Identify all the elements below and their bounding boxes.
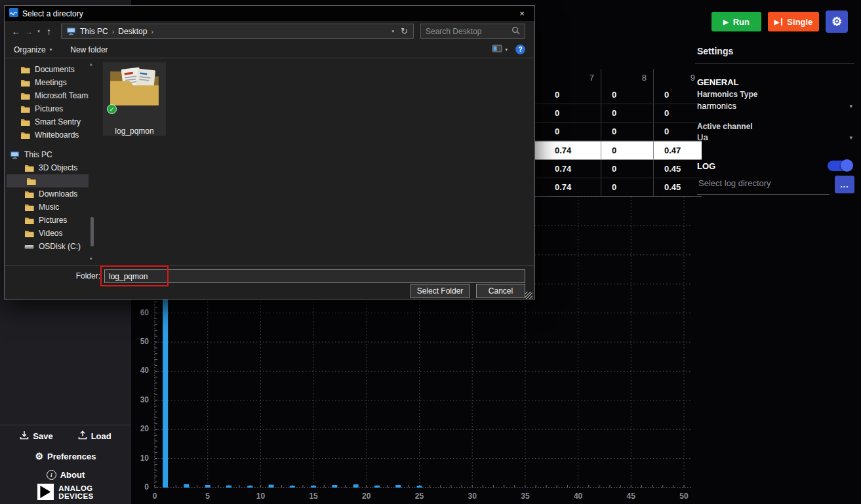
back-icon[interactable]: ←	[10, 26, 22, 37]
search-box[interactable]: Search Desktop	[420, 24, 525, 39]
table-row[interactable]: 000	[535, 86, 702, 104]
search-icon	[511, 26, 520, 37]
settings-gear-button[interactable]: ⚙	[826, 10, 848, 33]
table-row[interactable]: 0.7400.45	[535, 178, 702, 197]
tree-item-meetings[interactable]: Meetings	[5, 76, 89, 89]
harmonic-bar	[247, 486, 252, 488]
breadcrumb-item[interactable]: Desktop	[118, 27, 147, 36]
table-header-row: 789	[535, 69, 702, 86]
close-icon[interactable]: ×	[510, 6, 534, 21]
dialog-app-icon	[9, 8, 18, 19]
folder-icon	[20, 92, 31, 100]
about-button[interactable]: i About	[47, 470, 85, 480]
tree-item-3d-objects[interactable]: 3D Objects	[5, 161, 89, 174]
settings-panel: Settings GENERAL Harmonics Type harmonic…	[695, 41, 854, 237]
tree-item-this-pc[interactable]: This PC	[5, 148, 89, 161]
file-item-log-pqmon[interactable]: ✓log_pqmon	[103, 62, 166, 136]
organize-label: Organize	[14, 45, 46, 54]
save-icon	[20, 431, 29, 442]
this-pc-icon	[66, 27, 76, 35]
cancel-button[interactable]: Cancel	[476, 284, 525, 298]
run-button[interactable]: ▶ Run	[711, 12, 761, 31]
dialog-titlebar[interactable]: Select a directory ×	[5, 6, 534, 21]
scroll-up-icon[interactable]: ▴	[90, 62, 92, 67]
select-folder-button[interactable]: Select Folder	[410, 284, 470, 298]
folder-icon	[108, 65, 161, 110]
folder-icon	[24, 190, 35, 199]
tree-item-documents[interactable]: Documents	[5, 63, 89, 76]
tree-item-pictures[interactable]: Pictures	[5, 102, 89, 115]
log-directory-input[interactable]: Select log directory	[697, 176, 830, 195]
y-axis-tick-label: 10	[127, 454, 149, 463]
view-options-button[interactable]: ▾	[492, 44, 508, 55]
help-icon[interactable]: ?	[515, 45, 525, 54]
table-cell: 0	[653, 123, 702, 140]
x-axis-tick-label: 25	[410, 492, 430, 501]
organize-menu[interactable]: Organize ▾	[14, 45, 52, 54]
table-row[interactable]: 000	[535, 104, 702, 123]
harmonics-type-value: harmonics	[697, 101, 736, 111]
tree-item-smart-sentry[interactable]: Smart Sentry	[5, 115, 89, 128]
tree-item-label: Whiteboards	[35, 130, 79, 140]
scrollbar-thumb[interactable]	[90, 217, 94, 246]
play-to-bar-icon: ▶	[774, 18, 780, 26]
harmonic-bar	[417, 486, 422, 488]
log-toggle[interactable]	[828, 161, 852, 171]
up-icon[interactable]: ↑	[43, 26, 55, 37]
tree-item-osdisk-c[interactable]: OSDisk (C:)	[5, 240, 89, 253]
harmonic-bar	[269, 485, 274, 488]
sidebar-divider	[0, 425, 131, 425]
scroll-down-icon[interactable]: ▾	[90, 256, 92, 262]
tree-item-desktop[interactable]: Desktop	[7, 174, 89, 187]
folder-name-label: Folder:	[43, 271, 100, 281]
harmonics-type-select[interactable]: harmonics ▾	[697, 101, 852, 111]
harmonic-bar	[332, 485, 337, 488]
browse-log-directory-button[interactable]: ...	[835, 176, 854, 193]
breadcrumb-item[interactable]: This PC	[80, 27, 108, 36]
history-chevron-icon[interactable]: ▾	[35, 29, 43, 34]
table-row[interactable]: 0.7400.47	[535, 141, 702, 160]
adi-triangle-icon	[37, 484, 54, 500]
harmonic-bar	[311, 486, 316, 488]
resize-grip[interactable]	[525, 292, 532, 299]
forward-icon[interactable]: →	[22, 26, 35, 37]
single-button[interactable]: ▶ Single	[768, 12, 819, 31]
x-axis-tick-label: 5	[198, 492, 218, 501]
table-row[interactable]: 0.7400.45	[535, 160, 702, 178]
dialog-body: DocumentsMeetingsMicrosoft TeamsPictures…	[5, 59, 534, 265]
tree-scrollbar[interactable]: ▴ ▾	[89, 59, 96, 265]
table-row[interactable]: 000	[535, 123, 702, 141]
gear-icon: ⚙	[831, 14, 842, 29]
breadcrumb-separator-icon: ›	[151, 28, 153, 35]
table-cell: 0.74	[535, 142, 601, 159]
tree-item-pictures[interactable]: Pictures	[5, 214, 89, 227]
address-bar[interactable]: This PC›Desktop› ▾ ↻	[61, 24, 414, 39]
tree-item-music[interactable]: Music	[5, 201, 89, 214]
tree-item-whiteboards[interactable]: Whiteboards	[5, 128, 89, 142]
dialog-navbar: ← → ▾ ↑ This PC›Desktop› ▾ ↻ Search Desk…	[5, 21, 534, 41]
folder-name-input[interactable]: log_pqmon	[104, 269, 525, 283]
tree-item-videos[interactable]: Videos	[5, 227, 89, 240]
y-axis-tick-label: 20	[127, 424, 149, 433]
new-folder-button[interactable]: New folder	[70, 45, 108, 54]
tree-item-microsoft-teams[interactable]: Microsoft Teams	[5, 89, 89, 102]
preferences-button[interactable]: ⚙ Preferences	[35, 451, 96, 461]
tree-item-label: Documents	[35, 65, 75, 74]
active-channel-select[interactable]: Ua ▾	[697, 132, 852, 142]
table-cell: 0	[535, 123, 601, 140]
tree-item-label: OSDisk (C:)	[39, 242, 81, 251]
refresh-icon[interactable]: ↻	[401, 26, 408, 36]
table-cell: 0.74	[535, 178, 601, 196]
dialog-footer: Folder: log_pqmon Select Folder Cancel	[5, 265, 534, 301]
harmonics-type-label: Harmonics Type	[697, 90, 757, 99]
tree-item-label: Videos	[39, 229, 62, 238]
tree-item-label: Downloads	[39, 189, 77, 199]
tree-item-downloads[interactable]: Downloads	[5, 187, 89, 201]
about-label: About	[60, 470, 85, 480]
save-button[interactable]: Save	[20, 431, 52, 442]
table-cell: 0	[653, 104, 702, 122]
load-button[interactable]: Load	[78, 431, 111, 442]
address-dropdown-icon[interactable]: ▾	[392, 29, 395, 34]
analog-devices-logo: ANALOG DEVICES	[0, 484, 131, 500]
table-cell: 0.45	[653, 160, 702, 178]
